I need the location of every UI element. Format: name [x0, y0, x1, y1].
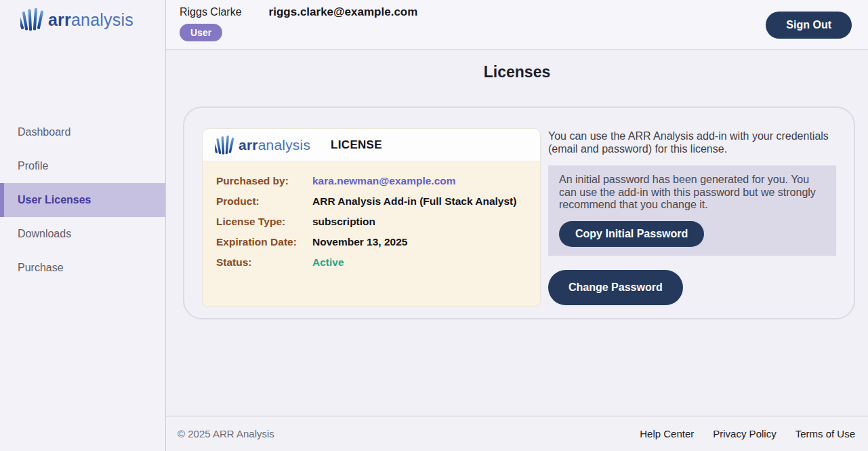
sidebar-item-dashboard[interactable]: Dashboard — [0, 115, 165, 149]
user-email: riggs.clarke@example.com — [269, 5, 418, 19]
license-section-card: arranalysis LICENSE Purchased by: kara.n… — [183, 106, 855, 319]
sidebar-item-downloads[interactable]: Downloads — [0, 217, 165, 251]
footer-link-privacy-policy[interactable]: Privacy Policy — [713, 428, 776, 439]
license-field-purchased-by: Purchased by: kara.newman@example.com — [216, 174, 526, 188]
app-logo[interactable]: arranalysis — [20, 7, 165, 33]
field-label: Product: — [216, 194, 312, 208]
password-panel: You can use the ARR Analysis add-in with… — [548, 128, 836, 307]
license-field-expiration-date: Expiration Date: November 13, 2025 — [216, 235, 526, 249]
status-badge: Active — [312, 255, 344, 269]
credentials-note: You can use the ARR Analysis add-in with… — [548, 130, 836, 155]
license-type-value: subscription — [312, 214, 375, 229]
change-password-button[interactable]: Change Password — [548, 270, 683, 305]
product-value: ARR Analysis Add-in (Full Stack Analyst) — [312, 194, 516, 208]
user-name: Riggs Clarke — [180, 6, 242, 18]
initial-password-note: An initial password has been generated f… — [559, 174, 825, 212]
user-info: Riggs Clarke riggs.clarke@example.com Us… — [180, 5, 417, 41]
sidebar-nav: Dashboard Profile User Licenses Download… — [0, 115, 165, 285]
license-logo: arranalysis — [215, 134, 310, 156]
footer: © 2025 ARR Analysis Help Center Privacy … — [166, 416, 868, 451]
license-field-product: Product: ARR Analysis Add-in (Full Stack… — [216, 194, 526, 208]
sidebar-item-purchase[interactable]: Purchase — [0, 251, 165, 285]
license-box-header: arranalysis LICENSE — [203, 129, 540, 161]
footer-links: Help Center Privacy Policy Terms of Use — [640, 428, 855, 439]
user-role-badge: User — [180, 24, 222, 41]
main-content: Licenses — [166, 50, 868, 416]
sign-out-button[interactable]: Sign Out — [766, 12, 852, 39]
field-label: License Type: — [216, 214, 312, 229]
license-box: arranalysis LICENSE Purchased by: kara.n… — [202, 128, 541, 307]
page-title: Licenses — [166, 63, 868, 81]
license-logo-text: arranalysis — [239, 137, 310, 153]
footer-link-terms-of-use[interactable]: Terms of Use — [795, 428, 855, 439]
content-column: Riggs Clarke riggs.clarke@example.com Us… — [166, 0, 868, 451]
purchased-by-email: kara.newman@example.com — [312, 174, 456, 188]
copyright-text: © 2025 ARR Analysis — [178, 428, 274, 439]
license-field-status: Status: Active — [216, 255, 526, 269]
field-label: Status: — [216, 255, 312, 269]
sidebar: arranalysis Dashboard Profile User Licen… — [0, 0, 166, 451]
sidebar-item-user-licenses[interactable]: User Licenses — [0, 183, 165, 217]
field-label: Purchased by: — [216, 174, 312, 188]
field-label: Expiration Date: — [216, 235, 312, 249]
license-details: Purchased by: kara.newman@example.com Pr… — [203, 161, 540, 288]
footer-link-help-center[interactable]: Help Center — [640, 428, 694, 439]
copy-initial-password-button[interactable]: Copy Initial Password — [559, 221, 704, 247]
bar-chart-logo-icon — [215, 134, 235, 156]
app-logo-text: arranalysis — [48, 10, 133, 30]
license-box-title: LICENSE — [331, 138, 382, 152]
expiration-date-value: November 13, 2025 — [312, 235, 407, 249]
license-field-license-type: License Type: subscription — [216, 214, 526, 229]
bar-chart-logo-icon — [20, 7, 45, 33]
sidebar-item-profile[interactable]: Profile — [0, 149, 165, 183]
top-bar: Riggs Clarke riggs.clarke@example.com Us… — [166, 0, 868, 50]
initial-password-box: An initial password has been generated f… — [548, 165, 836, 256]
